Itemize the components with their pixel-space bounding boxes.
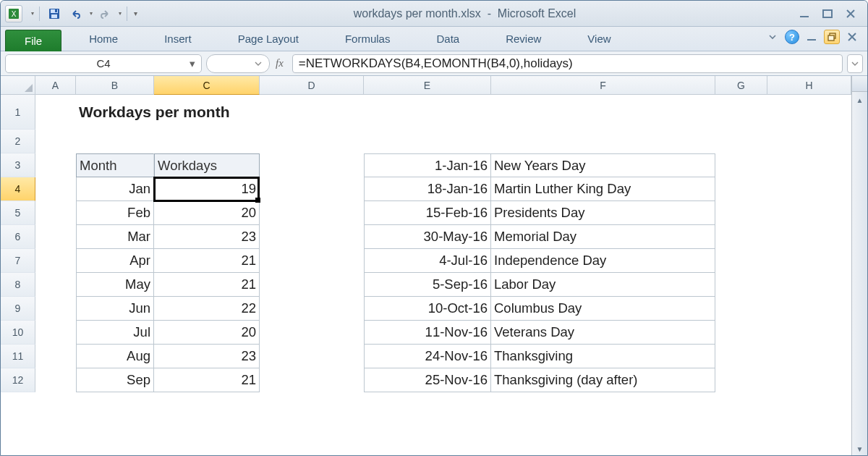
cell-F10[interactable]: Veterans Day xyxy=(491,321,715,345)
cell-A6[interactable] xyxy=(35,225,76,249)
row-header-12[interactable]: 12 xyxy=(1,368,35,392)
cell-F5[interactable]: Presidents Day xyxy=(491,201,715,225)
cell-E8[interactable]: 5-Sep-16 xyxy=(364,273,491,297)
cell-A1[interactable] xyxy=(35,95,76,130)
cell-D8[interactable] xyxy=(260,273,364,297)
cell-D12[interactable] xyxy=(260,368,364,392)
excel-logo-icon[interactable]: X xyxy=(5,5,22,22)
cell-C10[interactable]: 20 xyxy=(154,321,260,345)
redo-history-dropdown-icon[interactable]: ▾ xyxy=(117,10,122,17)
function-buttons[interactable] xyxy=(206,54,270,73)
cell-C8[interactable]: 21 xyxy=(154,273,260,297)
cell-B5[interactable]: Feb xyxy=(76,201,154,225)
cell-C11[interactable]: 23 xyxy=(154,345,260,368)
tab-formulas[interactable]: Formulas xyxy=(338,28,398,51)
cell-D10[interactable] xyxy=(260,321,364,345)
cell-B9[interactable]: Jun xyxy=(76,297,154,321)
row-header-2[interactable]: 2 xyxy=(1,130,35,153)
row-2-blank[interactable] xyxy=(35,130,817,153)
cell-B10[interactable]: Jul xyxy=(76,321,154,345)
col-header-A[interactable]: A xyxy=(35,76,76,95)
workbook-restore-button[interactable] xyxy=(824,30,840,44)
cell-D3[interactable] xyxy=(260,153,364,177)
worksheet-grid[interactable]: A B C D E F G H 1 Workdays per month 2 3 xyxy=(1,76,851,456)
scroll-down-icon[interactable]: ▼ xyxy=(852,441,867,456)
name-list-dropdown-icon[interactable] xyxy=(255,60,262,67)
split-handle[interactable] xyxy=(852,76,867,92)
tab-insert[interactable]: Insert xyxy=(157,28,199,51)
tab-home[interactable]: Home xyxy=(82,28,125,51)
cell-C6[interactable]: 23 xyxy=(154,225,260,249)
cell-B3[interactable]: Month xyxy=(76,153,154,177)
col-header-C[interactable]: C xyxy=(154,76,260,95)
row-header-11[interactable]: 11 xyxy=(1,345,35,368)
cell-E12[interactable]: 25-Nov-16 xyxy=(364,368,491,392)
tab-file[interactable]: File xyxy=(5,30,61,51)
cell-D6[interactable] xyxy=(260,225,364,249)
expand-formula-bar-icon[interactable] xyxy=(847,54,863,73)
cell-A12[interactable] xyxy=(35,368,76,392)
cell-A10[interactable] xyxy=(35,321,76,345)
cell-E3[interactable]: 1-Jan-16 xyxy=(364,153,491,177)
cell-A4[interactable] xyxy=(35,177,76,201)
cell-A8[interactable] xyxy=(35,273,76,297)
row-header-1[interactable]: 1 xyxy=(1,95,35,130)
cell-F6[interactable]: Memorial Day xyxy=(491,225,715,249)
cell-A9[interactable] xyxy=(35,297,76,321)
workbook-close-button[interactable] xyxy=(844,30,860,44)
cell-E5[interactable]: 15-Feb-16 xyxy=(364,201,491,225)
cell-F12[interactable]: Thanksgiving (day after) xyxy=(491,368,715,392)
cell-E9[interactable]: 10-Oct-16 xyxy=(364,297,491,321)
cell-D5[interactable] xyxy=(260,201,364,225)
cell-F11[interactable]: Thanksgiving xyxy=(491,345,715,368)
cell-F4[interactable]: Martin Luther King Day xyxy=(491,177,715,201)
ribbon-minimize-icon[interactable] xyxy=(765,30,780,44)
cell-F9[interactable]: Columbus Day xyxy=(491,297,715,321)
tab-review[interactable]: Review xyxy=(498,28,548,51)
cell-E4[interactable]: 18-Jan-16 xyxy=(364,177,491,201)
vertical-scrollbar[interactable]: ▲ ▼ xyxy=(851,76,867,456)
cell-F7[interactable]: Independence Day xyxy=(491,249,715,273)
formula-input[interactable]: =NETWORKDAYS(B4,EOMONTH(B4,0),holidays) xyxy=(292,54,843,73)
select-all-corner[interactable] xyxy=(1,76,35,95)
tab-page-layout[interactable]: Page Layout xyxy=(231,28,306,51)
name-box-dropdown-icon[interactable]: ▾ xyxy=(185,56,200,71)
row-header-8[interactable]: 8 xyxy=(1,273,35,297)
row-header-9[interactable]: 9 xyxy=(1,297,35,321)
close-button[interactable] xyxy=(843,7,859,20)
cell-B1-title[interactable]: Workdays per month xyxy=(76,95,597,130)
col-header-D[interactable]: D xyxy=(260,76,364,95)
cell-C9[interactable]: 22 xyxy=(154,297,260,321)
help-button[interactable]: ? xyxy=(785,30,799,44)
cell-B8[interactable]: May xyxy=(76,273,154,297)
cell-A7[interactable] xyxy=(35,249,76,273)
cell-B4[interactable]: Jan xyxy=(76,177,154,201)
maximize-button[interactable] xyxy=(820,7,835,20)
save-button[interactable] xyxy=(45,5,64,22)
cell-C5[interactable]: 20 xyxy=(154,201,260,225)
undo-history-dropdown-icon[interactable]: ▾ xyxy=(88,10,93,17)
row-header-4[interactable]: 4 xyxy=(1,177,35,201)
cell-F3[interactable]: New Years Day xyxy=(491,153,715,177)
scroll-up-icon[interactable]: ▲ xyxy=(852,92,867,108)
col-header-B[interactable]: B xyxy=(76,76,154,95)
customize-qat-dropdown-icon[interactable]: ▾ xyxy=(132,9,137,17)
cell-C7[interactable]: 21 xyxy=(154,249,260,273)
cell-B6[interactable]: Mar xyxy=(76,225,154,249)
cell-B7[interactable]: Apr xyxy=(76,249,154,273)
tab-data[interactable]: Data xyxy=(429,28,467,51)
cell-B11[interactable]: Aug xyxy=(76,345,154,368)
redo-button[interactable] xyxy=(95,5,114,22)
cell-B12[interactable]: Sep xyxy=(76,368,154,392)
row-header-7[interactable]: 7 xyxy=(1,249,35,273)
qat-dropdown-icon[interactable]: ▾ xyxy=(30,10,34,17)
row-header-3[interactable]: 3 xyxy=(1,153,35,177)
cell-C12[interactable]: 21 xyxy=(154,368,260,392)
cell-A11[interactable] xyxy=(35,345,76,368)
col-header-E[interactable]: E xyxy=(364,76,491,95)
minimize-button[interactable] xyxy=(796,7,812,20)
cell-D9[interactable] xyxy=(260,297,364,321)
cell-D4[interactable] xyxy=(260,177,364,201)
cell-C3[interactable]: Workdays xyxy=(154,153,260,177)
cell-D7[interactable] xyxy=(260,249,364,273)
